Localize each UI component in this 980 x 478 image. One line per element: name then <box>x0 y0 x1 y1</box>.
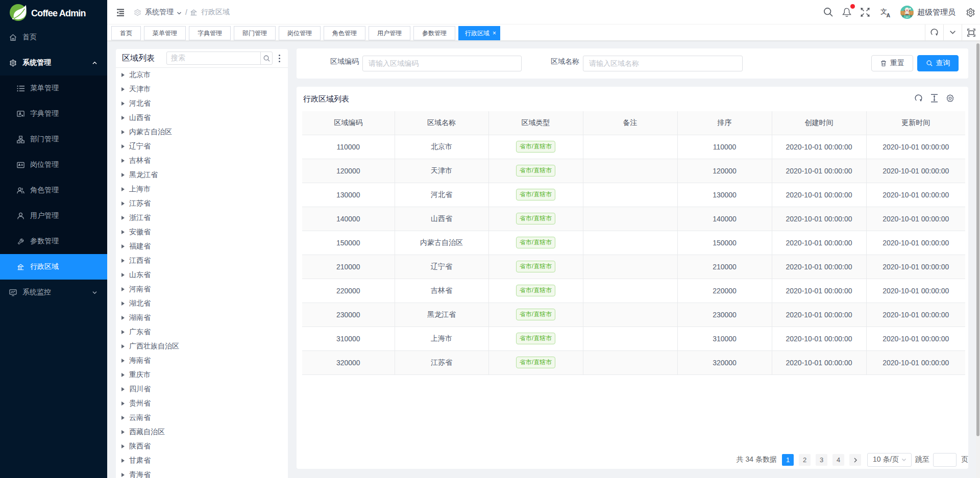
svg-text:A: A <box>886 12 890 17</box>
